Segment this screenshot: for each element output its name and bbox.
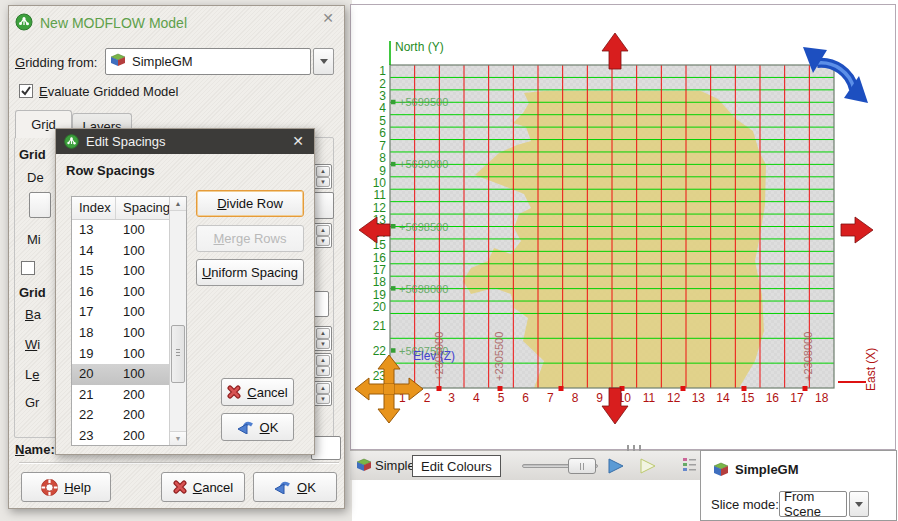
svg-text:+2305500: +2305500 — [493, 332, 505, 381]
spacing-row[interactable]: 14100 — [72, 241, 169, 262]
svg-text:22: 22 — [373, 344, 387, 358]
divide-row-label: Divide Row — [217, 196, 283, 211]
panel-splitter-handle[interactable] — [627, 445, 645, 451]
minimum-label: Mi — [27, 232, 41, 247]
column-header-index[interactable]: Index — [72, 197, 116, 219]
spacing-table[interactable]: Index Spacing 13100141001510016100171001… — [71, 196, 187, 446]
help-button[interactable]: Help — [21, 472, 111, 502]
red-axis-arrow[interactable] — [602, 33, 628, 69]
cancel-button[interactable]: Cancel — [221, 378, 294, 406]
svg-text:8: 8 — [572, 391, 579, 405]
divide-row-button[interactable]: Divide Row — [196, 190, 304, 217]
help-button-label: Help — [64, 480, 91, 495]
spacing-table-rows[interactable]: 1310014100151001610017100181001910020100… — [72, 220, 169, 445]
slice-mode-select[interactable]: From Scene — [779, 491, 847, 517]
svg-text:16: 16 — [766, 391, 780, 405]
ok-arrow-icon — [274, 480, 291, 494]
tab-grid-label: Grid — [31, 117, 56, 132]
cancel-button[interactable]: Cancel — [161, 472, 245, 502]
svg-text:+5699000: +5699000 — [399, 158, 448, 170]
scene-3d-view[interactable]: 1234567891011121314151617181920212223123… — [350, 4, 896, 450]
cancel-button-label: Cancel — [247, 385, 287, 400]
edit-spacings-button-fragment[interactable] — [29, 192, 51, 218]
red-axis-arrow[interactable] — [841, 217, 873, 243]
ok-arrow-icon — [237, 420, 254, 434]
name-input-fragment[interactable] — [311, 436, 341, 460]
base-label: Ba — [25, 307, 41, 322]
close-icon[interactable]: ✕ — [320, 10, 336, 26]
close-icon[interactable]: ✕ — [290, 133, 306, 149]
north-axis-label: North (Y) — [395, 40, 444, 54]
table-scrollbar[interactable]: ▲ ▼ — [169, 197, 186, 445]
scroll-down-icon[interactable]: ▼ — [170, 431, 186, 445]
gridding-from-dropdown-arrow[interactable] — [313, 48, 334, 75]
application-window: { "colors": { "title_green": "#5ea04a", … — [0, 0, 898, 521]
ok-button[interactable]: OK — [221, 413, 294, 441]
grid-label: Gr — [25, 395, 39, 410]
evaluate-checkbox-label: Evaluate Gridded Model — [39, 84, 178, 99]
evaluate-checkbox[interactable] — [19, 84, 33, 98]
leapfrog-app-icon — [15, 13, 33, 34]
spacing-row[interactable]: 21200 — [72, 385, 169, 406]
elev-axis-label: Elev (Z) — [413, 349, 455, 363]
opacity-slider-thumb[interactable] — [568, 458, 596, 474]
cancel-x-icon — [173, 480, 187, 494]
length-label: Le — [25, 367, 39, 382]
option-checkbox[interactable] — [21, 261, 35, 275]
spacing-row[interactable]: 13100 — [72, 220, 169, 241]
spacing-row[interactable]: 20100 — [72, 364, 169, 385]
spacing-row[interactable]: 18100 — [72, 323, 169, 344]
scene-toolbar: Simple... Edit Colours — [350, 450, 700, 480]
svg-text:+5698500: +5698500 — [399, 221, 448, 233]
dialog-title: New MODFLOW Model — [40, 15, 187, 31]
spacing-row[interactable]: 16100 — [72, 282, 169, 303]
dialog-title: Edit Spacings — [86, 134, 166, 149]
edit-colours-button[interactable]: Edit Colours — [412, 455, 501, 477]
svg-text:11: 11 — [643, 391, 656, 405]
spacing-row[interactable]: 17100 — [72, 302, 169, 323]
svg-text:9: 9 — [596, 391, 603, 405]
scroll-up-icon[interactable]: ▲ — [170, 197, 186, 211]
name-label: Name: — [15, 442, 55, 457]
cancel-x-icon — [227, 385, 241, 399]
uniform-spacing-label: Uniform Spacing — [202, 265, 298, 280]
svg-text:+5698000: +5698000 — [399, 283, 448, 295]
object-name: SimpleGM — [735, 462, 799, 477]
gridding-from-select[interactable]: SimpleGM — [105, 48, 311, 75]
cancel-button-label: Cancel — [193, 480, 233, 495]
show-edges-icon[interactable] — [638, 456, 658, 479]
shape-properties-icon[interactable] — [682, 457, 697, 475]
row-spacings-heading: Row Spacings — [66, 163, 155, 178]
svg-text:7: 7 — [547, 391, 554, 405]
show-faces-icon[interactable] — [606, 456, 626, 479]
scene-grid-canvas[interactable]: 1234567891011121314151617181920212223123… — [351, 5, 895, 449]
gridding-from-label: Gridding from: — [15, 55, 97, 70]
divider — [19, 462, 339, 463]
spacing-row[interactable]: 19100 — [72, 344, 169, 365]
slice-mode-label: Slice mode: — [711, 497, 779, 512]
scrollbar-thumb[interactable] — [171, 325, 185, 383]
uniform-spacing-button[interactable]: Uniform Spacing — [196, 259, 304, 286]
spacing-row[interactable]: 15100 — [72, 261, 169, 282]
svg-text:18: 18 — [815, 391, 829, 405]
svg-text:+5699500: +5699500 — [399, 96, 448, 108]
gridding-from-value: SimpleGM — [132, 54, 193, 69]
svg-text:15: 15 — [741, 391, 755, 405]
svg-text:6: 6 — [522, 391, 529, 405]
spacing-row[interactable]: 22200 — [72, 405, 169, 426]
edit-spacings-titlebar[interactable]: Edit Spacings ✕ — [56, 129, 314, 154]
east-axis-label: East (X) — [864, 348, 878, 391]
pan-view-arrow[interactable] — [378, 394, 400, 423]
ok-button-label: OK — [260, 420, 279, 435]
svg-text:21: 21 — [373, 319, 387, 333]
svg-text:4: 4 — [473, 391, 480, 405]
merge-rows-button[interactable]: Merge Rows — [196, 225, 304, 252]
ok-button[interactable]: OK — [253, 472, 337, 502]
slice-mode-dropdown-arrow[interactable] — [849, 491, 869, 517]
svg-text:14: 14 — [716, 391, 730, 405]
help-lifering-icon — [41, 479, 58, 496]
svg-text:+2308000: +2308000 — [802, 332, 814, 381]
spacing-row[interactable]: 23200 — [72, 426, 169, 445]
svg-text:20: 20 — [373, 300, 387, 314]
default-spacing-label: De — [27, 170, 44, 185]
